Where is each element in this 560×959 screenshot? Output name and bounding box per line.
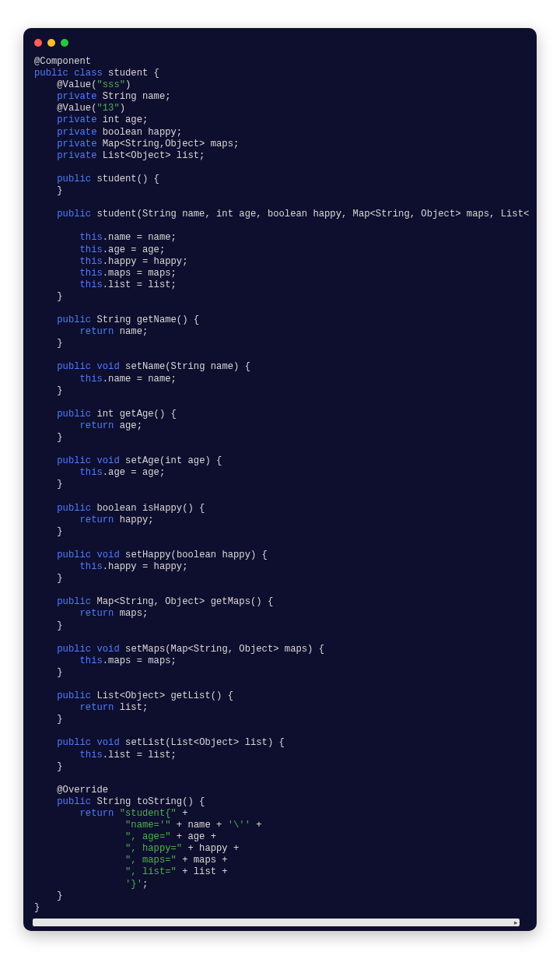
code-scroll-area[interactable]: @Component public class student { @Value… bbox=[31, 51, 529, 922]
code-block: @Component public class student { @Value… bbox=[31, 51, 529, 919]
code-window: @Component public class student { @Value… bbox=[23, 28, 537, 931]
window-zoom-icon[interactable] bbox=[61, 39, 68, 47]
window-close-icon[interactable] bbox=[34, 39, 42, 47]
window-minimize-icon[interactable] bbox=[47, 39, 55, 47]
horizontal-scrollbar[interactable]: ▸ bbox=[33, 919, 520, 926]
scroll-right-icon[interactable]: ▸ bbox=[512, 919, 520, 926]
title-bar bbox=[23, 28, 537, 53]
